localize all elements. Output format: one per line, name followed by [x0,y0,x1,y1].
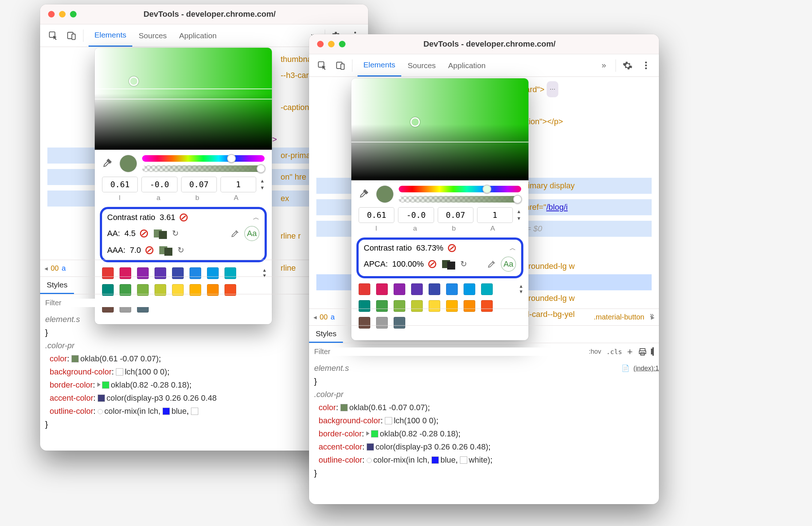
hue-thumb[interactable] [227,154,236,163]
color-input-l[interactable]: 0.61 [102,177,138,192]
fail-icon [145,246,153,254]
contrast-swatches-icon[interactable] [159,245,172,256]
palette-swatch[interactable] [429,283,440,295]
maximize-window-button[interactable] [70,11,77,17]
close-window-button[interactable] [48,11,55,17]
color-input-b[interactable]: 0.07 [181,177,217,192]
current-color-swatch[interactable] [120,155,137,172]
new-style-rule-icon[interactable]: + [627,346,633,357]
styles-filter-input[interactable] [314,348,583,356]
color-input-a[interactable]: -0.0 [141,177,177,192]
chevron-up-icon[interactable]: ︿ [510,244,516,252]
reload-icon[interactable]: ↻ [177,246,184,255]
titlebar: DevTools - developer.chrome.com/ [309,34,659,54]
palette-swatch[interactable] [359,283,370,295]
eyedropper-icon[interactable] [230,229,240,238]
hov-button[interactable]: :hov [589,348,601,356]
alpha-thumb[interactable] [513,195,522,204]
breadcrumb[interactable]: ◂ 00 a .material-button ▸ [309,309,659,325]
subtab-styles[interactable]: Styles [309,326,343,343]
crumb-left-icon[interactable]: ◂ [44,264,48,272]
eyedropper-icon[interactable] [359,188,371,200]
color-input-alpha[interactable]: 1 [220,177,256,192]
color-mix-icon [98,409,103,414]
color-picker-panel: 0.61 -0.0 0.07 1 l a b A Contrast ratio … [351,78,528,340]
palette-swatch[interactable] [394,283,405,295]
cls-button[interactable]: .cls [606,348,622,356]
tab-elements[interactable]: Elements [358,55,401,76]
spectrum-cursor[interactable] [129,76,138,86]
eyedropper-icon[interactable] [487,259,496,269]
rule-element-style: element.s [314,362,349,375]
color-spectrum[interactable] [95,48,272,150]
tabs-overflow-icon[interactable]: » [597,61,610,70]
contrast-swatches-icon[interactable] [154,228,167,239]
crumb-class[interactable]: a [331,313,335,321]
crumb-class[interactable]: a [62,264,66,272]
rule-selector: .color-pr [45,341,74,350]
hue-thumb[interactable] [483,185,491,193]
color-spectrum[interactable] [351,78,528,180]
palette-swatch[interactable] [376,283,388,295]
styles-filter-input[interactable] [45,299,190,307]
crumb-left-icon[interactable]: ◂ [313,313,317,321]
spectrum-cursor[interactable] [410,117,420,127]
tab-application[interactable]: Application [442,55,492,76]
tab-sources[interactable]: Sources [133,25,173,47]
crumb-tag[interactable]: 00 [320,313,328,321]
print-media-icon[interactable] [638,348,647,356]
source-link[interactable]: 📄 (index):1 [621,362,659,375]
alpha-thumb[interactable] [257,164,265,173]
expand-icon[interactable] [97,382,101,387]
device-toolbar-icon[interactable] [65,29,78,42]
contrast-threshold-line [95,89,272,89]
eyedropper-icon[interactable] [102,157,114,170]
ellipsis-badge[interactable]: ⋯ [547,81,558,97]
inspect-element-icon[interactable] [47,29,60,42]
crumb-tag[interactable]: 00 [51,264,59,272]
subtab-styles[interactable]: Styles [40,277,74,294]
styles-pane[interactable]: element.s 📄 (index):1 } .color-pr color:… [309,360,659,480]
tab-sources[interactable]: Sources [402,55,442,76]
crumb-overflow[interactable]: .material-button [594,313,644,321]
tab-application[interactable]: Application [173,25,223,47]
tab-elements[interactable]: Elements [89,25,132,47]
label-l: l [359,224,394,232]
palette-stepper[interactable] [519,283,523,294]
apca-value: 100.00% [392,259,424,269]
color-format-stepper[interactable] [516,207,521,223]
palette-swatch[interactable] [446,283,458,295]
current-color-swatch[interactable] [376,185,394,203]
color-input-alpha[interactable]: 1 [477,207,513,223]
palette-swatch[interactable] [481,283,493,295]
inspect-element-icon[interactable] [316,59,329,72]
contrast-sample-icon[interactable]: Aa [501,256,516,272]
hue-slider[interactable] [399,186,521,192]
contrast-sample-icon[interactable]: Aa [244,226,259,241]
reload-icon[interactable]: ↻ [172,229,179,238]
reload-icon[interactable]: ↻ [460,259,467,269]
kebab-menu-icon[interactable] [639,59,652,72]
subtabs-overflow-icon[interactable]: » [650,311,654,319]
color-input-a[interactable]: -0.0 [398,207,434,223]
close-window-button[interactable] [317,41,324,47]
traffic-lights [48,11,77,17]
computed-panel-icon[interactable] [652,348,654,356]
hue-slider[interactable] [142,155,265,162]
color-input-b[interactable]: 0.07 [438,207,473,223]
gear-icon[interactable] [621,59,634,72]
palette-swatch[interactable] [464,283,475,295]
minimize-window-button[interactable] [328,41,335,47]
color-format-stepper[interactable] [260,177,265,192]
minimize-window-button[interactable] [59,11,66,17]
devtools-window-right: DevTools - developer.chrome.com/ Element… [309,34,659,504]
maximize-window-button[interactable] [339,41,346,47]
contrast-swatches-icon[interactable] [442,259,455,270]
device-toolbar-icon[interactable] [334,59,347,72]
alpha-slider[interactable] [399,196,521,203]
expand-icon[interactable] [366,431,370,436]
alpha-slider[interactable] [142,165,265,172]
chevron-up-icon[interactable]: ︿ [253,213,259,222]
color-input-l[interactable]: 0.61 [359,207,394,223]
palette-swatch[interactable] [411,283,423,295]
